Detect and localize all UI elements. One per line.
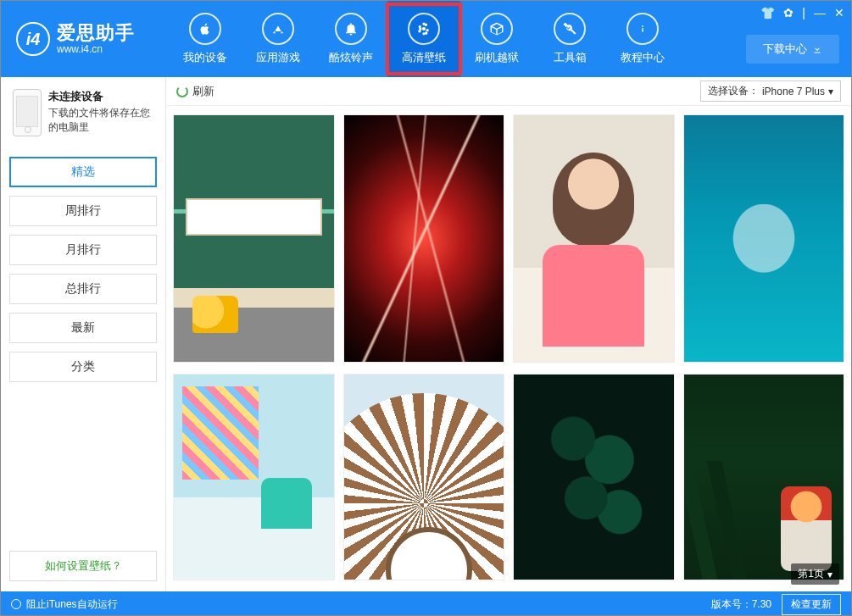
nav-label: 刷机越狱 <box>475 50 519 65</box>
appstore-icon <box>262 13 294 45</box>
phone-icon <box>13 89 42 136</box>
status-bar: 阻止iTunes自动运行 版本号：7.30 检查更新 <box>1 591 851 616</box>
wallpaper-thumb[interactable] <box>683 114 845 363</box>
sidebar-item-categories[interactable]: 分类 <box>9 352 157 382</box>
version-label: 版本号：7.30 <box>711 597 771 612</box>
brand-logo: i4 爱思助手 www.i4.cn <box>16 22 135 56</box>
nav-apps-games[interactable]: 应用游戏 <box>242 1 315 77</box>
tools-icon <box>554 13 586 45</box>
nav-label: 应用游戏 <box>256 50 300 65</box>
refresh-icon <box>176 86 188 97</box>
device-selector-prefix: 选择设备： <box>708 84 759 98</box>
refresh-label: 刷新 <box>192 84 214 99</box>
box-icon <box>481 13 513 45</box>
status-right: 版本号：7.30 检查更新 <box>711 594 841 615</box>
nav-label: 教程中心 <box>621 50 665 65</box>
minimize-button[interactable]: — <box>814 6 826 19</box>
nav-toolbox[interactable]: 工具箱 <box>533 1 606 77</box>
brand-text: 爱思助手 www.i4.cn <box>57 23 135 54</box>
device-title: 未连接设备 <box>48 89 153 104</box>
device-text: 未连接设备 下载的文件将保存在您的电脑里 <box>48 89 153 136</box>
nav-jailbreak[interactable]: 刷机越狱 <box>460 1 533 77</box>
sidebar-item-total-rank[interactable]: 总排行 <box>9 274 157 304</box>
logo-badge-icon: i4 <box>16 22 50 56</box>
bell-icon <box>335 13 367 45</box>
close-button[interactable]: ✕ <box>834 6 844 19</box>
main-nav: 我的设备 应用游戏 酷炫铃声 高清壁纸 刷机越狱 工具箱 教程中心 <box>169 1 679 77</box>
flower-icon <box>408 13 440 45</box>
download-center-button[interactable]: 下载中心 <box>746 35 839 64</box>
wallpaper-thumb[interactable] <box>173 114 335 363</box>
chevron-down-icon: ▾ <box>827 569 833 580</box>
apple-icon <box>189 13 221 45</box>
nav-tutorials[interactable]: 教程中心 <box>606 1 679 77</box>
sidebar-item-featured[interactable]: 精选 <box>9 157 157 187</box>
nav-ringtones[interactable]: 酷炫铃声 <box>315 1 387 77</box>
wallpaper-thumb[interactable] <box>173 374 335 580</box>
help-link[interactable]: 如何设置壁纸？ <box>9 551 157 581</box>
nav-my-device[interactable]: 我的设备 <box>169 1 242 77</box>
skin-icon[interactable]: 👕 <box>760 6 775 19</box>
wallpaper-grid <box>166 106 851 591</box>
pager-button[interactable]: 第1页 ▾ <box>791 563 839 585</box>
main-panel: 刷新 选择设备： iPhone 7 Plus ▾ 第1页 ▾ <box>166 77 851 591</box>
brand-subtitle: www.i4.cn <box>57 44 135 55</box>
chevron-down-icon: ▾ <box>828 86 833 97</box>
pager-label: 第1页 <box>798 567 824 581</box>
download-icon <box>812 44 822 54</box>
nav-label: 工具箱 <box>554 50 587 65</box>
window-controls: 👕 ✿ | — ✕ <box>760 6 844 19</box>
refresh-button[interactable]: 刷新 <box>176 84 214 99</box>
wallpaper-thumb[interactable] <box>513 114 675 363</box>
sidebar: 未连接设备 下载的文件将保存在您的电脑里 精选 周排行 月排行 总排行 最新 分… <box>1 77 166 591</box>
nav-label: 酷炫铃声 <box>329 50 373 65</box>
wallpaper-thumb[interactable] <box>513 374 675 580</box>
wallpaper-thumb[interactable] <box>343 374 505 580</box>
itunes-block-label: 阻止iTunes自动运行 <box>26 597 118 612</box>
sidebar-nav: 精选 周排行 月排行 总排行 最新 分类 <box>9 157 157 391</box>
nav-label: 我的设备 <box>183 50 227 65</box>
sidebar-item-month-rank[interactable]: 月排行 <box>9 235 157 265</box>
divider: | <box>802 6 805 19</box>
info-icon <box>626 13 659 45</box>
nav-label: 高清壁纸 <box>402 50 446 65</box>
device-selector[interactable]: 选择设备： iPhone 7 Plus ▾ <box>700 80 841 102</box>
wallpaper-thumb[interactable] <box>343 114 505 363</box>
device-status: 未连接设备 下载的文件将保存在您的电脑里 <box>9 84 157 148</box>
device-selector-value: iPhone 7 Plus <box>762 86 825 97</box>
check-update-button[interactable]: 检查更新 <box>782 594 841 615</box>
wallpaper-thumb[interactable] <box>683 374 845 580</box>
sidebar-item-newest[interactable]: 最新 <box>9 313 157 343</box>
app-header: i4 爱思助手 www.i4.cn 我的设备 应用游戏 酷炫铃声 高清壁纸 刷机… <box>1 1 851 77</box>
sidebar-item-week-rank[interactable]: 周排行 <box>9 196 157 226</box>
device-desc: 下载的文件将保存在您的电脑里 <box>48 106 153 135</box>
nav-wallpapers[interactable]: 高清壁纸 <box>387 1 460 77</box>
content-toolbar: 刷新 选择设备： iPhone 7 Plus ▾ <box>166 77 851 106</box>
itunes-block-toggle[interactable]: 阻止iTunes自动运行 <box>11 597 118 612</box>
radio-off-icon <box>11 599 21 609</box>
brand-title: 爱思助手 <box>57 23 135 43</box>
settings-icon[interactable]: ✿ <box>783 6 794 19</box>
download-label: 下载中心 <box>763 42 807 57</box>
